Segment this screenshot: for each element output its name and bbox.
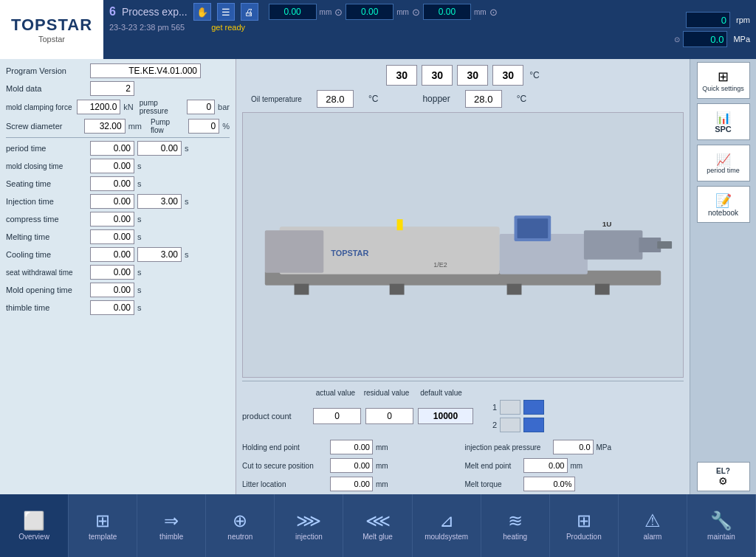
svg-rect-12 — [595, 284, 610, 295]
melt-end-point-input[interactable]: 0.00 — [523, 458, 568, 473]
nav-alarm[interactable]: ⚠ alarm — [619, 494, 687, 557]
notebook-label: notebook — [708, 209, 738, 217]
injection-peak-input[interactable]: 0.0 — [553, 440, 594, 454]
pump-flow-input[interactable]: 0 — [188, 119, 219, 134]
counter1-blue[interactable] — [523, 400, 544, 415]
params-section: Holding end point 0.00 mm injection peak… — [236, 437, 690, 494]
oil-temp-value[interactable]: 28.0 — [317, 90, 354, 108]
seat-withdrawal-row: seat withdrawal time 0.00 s — [6, 265, 230, 280]
svg-rect-8 — [518, 218, 549, 238]
counter2-label: 2 — [492, 421, 497, 429]
mold-opening-input[interactable]: 0.00 — [90, 283, 134, 297]
mold-data-input[interactable]: 2 — [90, 81, 134, 96]
program-version-input[interactable]: TE.KE.V4.01.000 — [90, 63, 201, 78]
nav-neutron[interactable]: ⊕ neutron — [206, 494, 275, 557]
thimble-label: thimble — [159, 533, 183, 541]
screw-diameter-input[interactable]: 32.00 — [84, 119, 126, 134]
litter-location-label: Litter location — [242, 480, 327, 488]
overview-icon: ⬜ — [23, 511, 45, 531]
mpa-row: ⊙ 0.0 MPa — [674, 31, 750, 47]
compress-time-input[interactable]: 0.00 — [90, 212, 134, 226]
pump-flow-label: Pump flow — [151, 118, 182, 134]
pump-pressure-input[interactable]: 0 — [187, 100, 216, 114]
hopper-value[interactable]: 28.0 — [465, 90, 502, 108]
nav-thimble[interactable]: ⇒ thimble — [137, 494, 206, 557]
holding-end-point-unit: mm — [376, 443, 388, 452]
period-time-input2[interactable]: 0.00 — [137, 141, 182, 156]
nav-melt-glue[interactable]: ⋘ Melt glue — [343, 494, 412, 557]
temp3[interactable]: 30 — [457, 65, 488, 86]
injection-time-input1[interactable]: 0.00 — [90, 194, 134, 209]
menu-icon[interactable]: ☰ — [217, 3, 235, 21]
holding-end-point-label: Holding end point — [242, 443, 327, 452]
period-time-btn[interactable]: 📈 period time — [697, 145, 750, 181]
temp1[interactable]: 30 — [386, 65, 417, 86]
mold-clamping-input[interactable]: 1200.0 — [77, 100, 120, 114]
counter1-gray[interactable] — [500, 400, 520, 415]
melting-time-input[interactable]: 0.00 — [90, 229, 134, 244]
period-time-input1[interactable]: 0.00 — [90, 141, 134, 156]
svg-rect-11 — [507, 284, 522, 295]
left-panel: Program Version TE.KE.V4.01.000 Mold dat… — [0, 59, 236, 494]
actual-value[interactable]: 0 — [313, 408, 361, 424]
rpm-value[interactable]: 0 — [686, 12, 730, 28]
temp2[interactable]: 30 — [422, 65, 453, 86]
injection-time-input2[interactable]: 3.00 — [137, 194, 182, 209]
mold-opening-row: Mold opening time 0.00 s — [6, 283, 230, 297]
cooling-time-input2[interactable]: 3.00 — [137, 247, 182, 262]
spc-label: SPC — [715, 125, 732, 134]
notebook-btn[interactable]: 📝 notebook — [697, 186, 750, 223]
nav-overview[interactable]: ⬜ Overview — [0, 494, 69, 557]
cut-secure-label: Cut to secure position — [242, 462, 327, 470]
melt-end-point-label: Melt end point — [465, 462, 520, 470]
field3-value[interactable]: 0.00 — [423, 4, 471, 20]
svg-text:TOPSTAR: TOPSTAR — [331, 249, 368, 257]
nav-production[interactable]: ⊞ Production — [550, 494, 619, 557]
hand-icon[interactable]: ✋ — [193, 3, 211, 21]
spc-btn[interactable]: 📊 SPC — [697, 103, 750, 140]
injection-time-label: Injection time — [6, 197, 87, 206]
machine-image: TOPSTAR 1/E2 1U — [242, 112, 684, 378]
alarm-icon: ⚠ — [645, 511, 661, 531]
seat-withdrawal-input[interactable]: 0.00 — [90, 265, 134, 280]
svg-text:1/E2: 1/E2 — [433, 261, 447, 269]
production-icon: ⊞ — [577, 511, 591, 531]
holding-end-point-row: Holding end point 0.00 mm — [242, 440, 461, 454]
seating-time-row: Seating time 0.00 s — [6, 176, 230, 191]
injection-peak-unit: MPa — [597, 443, 612, 452]
maintain-label: maintain — [707, 533, 735, 541]
default-value[interactable]: 10000 — [418, 408, 473, 424]
el-btn[interactable]: EL? ⚙ — [697, 462, 750, 491]
litter-location-input[interactable]: 0.00 — [330, 477, 373, 491]
nav-heating[interactable]: ≋ heating — [481, 494, 550, 557]
product-count-section: actual value residual value default valu… — [236, 384, 690, 437]
residual-value[interactable]: 0 — [365, 408, 413, 424]
seating-time-input[interactable]: 0.00 — [90, 176, 134, 191]
thimble-time-input[interactable]: 0.00 — [90, 300, 134, 315]
mold-closing-input[interactable]: 0.00 — [90, 159, 134, 173]
center-panel: 30 30 30 30 °C Oil temperature 28.0 °C h… — [236, 59, 690, 494]
field1-value[interactable]: 0.00 — [269, 4, 317, 20]
mpa-value[interactable]: 0.0 — [683, 31, 727, 47]
quick-settings-btn[interactable]: ⊞ Quick settings — [697, 62, 750, 99]
print-icon[interactable]: 🖨 — [241, 3, 258, 21]
period-time-icon: 📈 — [716, 153, 731, 167]
svg-rect-3 — [265, 230, 323, 273]
melt-torque-input[interactable]: 0.0% — [523, 477, 575, 491]
field2-value[interactable]: 0.00 — [346, 4, 394, 20]
pump-pressure-unit: bar — [218, 103, 230, 111]
temp4[interactable]: 30 — [492, 65, 523, 86]
nav-maintain[interactable]: 🔧 maintain — [687, 494, 756, 557]
nav-template[interactable]: ⊞ template — [69, 494, 137, 557]
counter2-gray[interactable] — [500, 418, 520, 432]
cooling-time-input1[interactable]: 0.00 — [90, 247, 134, 262]
logo-sub: Topstar — [38, 35, 65, 44]
cut-secure-input[interactable]: 0.00 — [330, 458, 373, 473]
nav-injection[interactable]: ⋙ injection — [275, 494, 343, 557]
nav-mouldsystem[interactable]: ⊿ mouldsystem — [413, 494, 481, 557]
counter2-blue[interactable] — [523, 418, 544, 432]
screw-diameter-row: Screw diameter 32.00 mm Pump flow 0 % — [6, 118, 230, 134]
mold-data-label: Mold data — [6, 84, 87, 93]
holding-end-point-input[interactable]: 0.00 — [330, 440, 373, 454]
header-middle: 6 Process exp... ✋ ☰ 🖨 0.00 mm ⊙ 0.00 mm… — [103, 0, 668, 59]
